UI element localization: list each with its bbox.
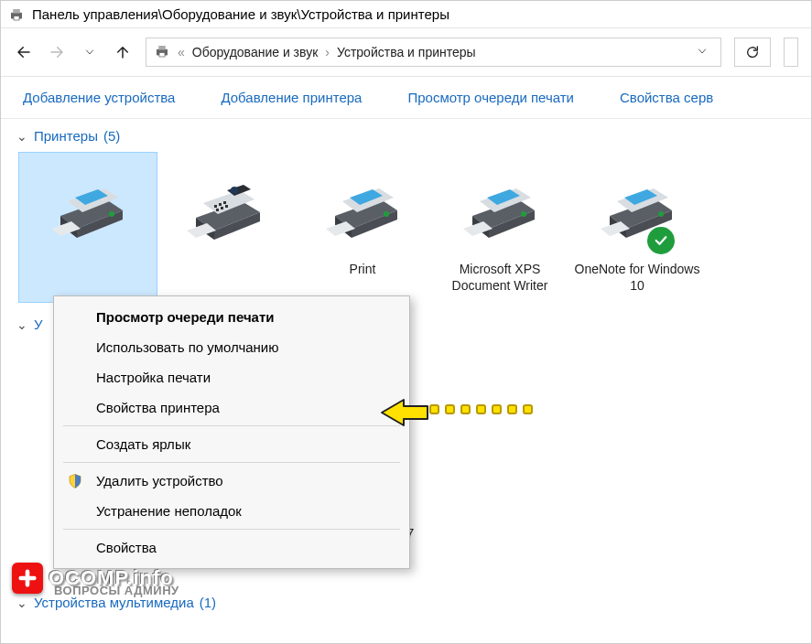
breadcrumb-overflow[interactable]: « (178, 45, 185, 59)
device-label: Microsoft XPS Document Writer (435, 262, 565, 295)
device-item-xps[interactable]: Microsoft XPS Document Writer (431, 153, 568, 302)
address-bar[interactable]: « Оборудование и звук › Устройства и при… (146, 38, 721, 67)
group-label: У (34, 317, 43, 332)
device-item-print[interactable]: Print (294, 153, 431, 302)
svg-rect-23 (221, 207, 223, 209)
svg-rect-5 (159, 52, 165, 57)
devices-printers-icon (8, 6, 25, 23)
svg-point-32 (384, 211, 389, 217)
command-bar: Добавление устройства Добавление принтер… (1, 77, 811, 119)
svg-rect-4 (158, 46, 166, 50)
printer-items: Print Microsoft XPS Document Writer (14, 153, 798, 302)
navbar: « Оборудование и звук › Устройства и при… (1, 28, 811, 77)
cm-remove-device[interactable]: Удалить устройство (56, 466, 407, 496)
group-label: Принтеры (34, 128, 98, 144)
cm-set-default[interactable]: Использовать по умолчанию (56, 332, 407, 362)
search-box-partial[interactable] (784, 38, 798, 67)
uac-shield-icon (67, 473, 83, 489)
svg-rect-24 (225, 205, 228, 208)
cm-remove-device-label: Удалить устройство (96, 473, 223, 488)
device-item-onenote[interactable]: OneNote for Windows 10 (568, 153, 706, 302)
window-title: Панель управления\Оборудование и звук\Ус… (32, 6, 449, 22)
add-printer-link[interactable]: Добавление принтера (221, 90, 362, 105)
group-count: (1) (200, 595, 216, 610)
cm-print-settings[interactable]: Настройка печати (56, 362, 407, 392)
printer-icon (452, 160, 548, 256)
group-header-printers[interactable]: ⌄ Принтеры (5) (14, 119, 798, 153)
view-queue-link[interactable]: Просмотр очереди печати (407, 90, 574, 105)
address-dropdown[interactable] (691, 45, 713, 59)
default-check-icon (647, 227, 675, 254)
separator (63, 529, 400, 530)
svg-point-12 (109, 211, 114, 217)
group-count: (5) (103, 128, 120, 144)
svg-rect-20 (219, 203, 222, 206)
fax-icon (178, 160, 274, 256)
refresh-button[interactable] (734, 38, 771, 67)
recent-dropdown[interactable] (80, 42, 100, 62)
server-props-link[interactable]: Свойства серв (620, 90, 713, 105)
devices-printers-icon (154, 43, 170, 62)
device-label: Print (350, 262, 376, 295)
printer-icon (315, 160, 411, 256)
separator (63, 462, 400, 463)
svg-point-39 (521, 211, 526, 217)
group-header-multimedia[interactable]: ⌄ Устройства мультимедиа (1) (14, 585, 218, 619)
chevron-down-icon: ⌄ (16, 596, 28, 610)
chevron-down-icon: ⌄ (16, 129, 28, 144)
svg-point-18 (231, 187, 238, 194)
breadcrumb-segment-devices-printers[interactable]: Устройства и принтеры (337, 45, 476, 59)
up-button[interactable] (113, 42, 133, 62)
device-item-selected[interactable] (19, 153, 157, 302)
svg-rect-19 (214, 205, 217, 208)
titlebar: Панель управления\Оборудование и звук\Ус… (1, 1, 811, 28)
svg-rect-22 (216, 209, 219, 211)
separator (63, 425, 400, 426)
printer-icon (590, 160, 686, 256)
back-button[interactable] (14, 42, 34, 62)
context-menu: Просмотр очереди печати Использовать по … (53, 295, 410, 569)
device-label: OneNote for Windows 10 (572, 262, 702, 295)
cm-view-queue[interactable]: Просмотр очереди печати (56, 302, 407, 332)
chevron-down-icon: ⌄ (16, 317, 28, 332)
cm-printer-props[interactable]: Свойства принтера (56, 392, 407, 423)
add-device-link[interactable]: Добавление устройства (23, 90, 175, 105)
svg-rect-2 (14, 16, 19, 20)
device-item-fax[interactable] (157, 153, 294, 302)
cm-troubleshoot[interactable]: Устранение неполадок (56, 496, 407, 526)
breadcrumb-segment-hardware-sound[interactable]: Оборудование и звук (192, 45, 319, 59)
group-label: Устройства мультимедиа (34, 595, 194, 610)
annotation-dotted-line (429, 404, 533, 414)
cm-properties[interactable]: Свойства (56, 532, 407, 563)
svg-rect-1 (13, 9, 20, 14)
breadcrumb-separator: › (325, 45, 330, 59)
svg-rect-21 (223, 201, 226, 204)
printer-icon (40, 160, 136, 256)
forward-button[interactable] (47, 42, 67, 62)
cm-create-shortcut[interactable]: Создать ярлык (56, 429, 407, 459)
svg-point-46 (658, 211, 664, 217)
